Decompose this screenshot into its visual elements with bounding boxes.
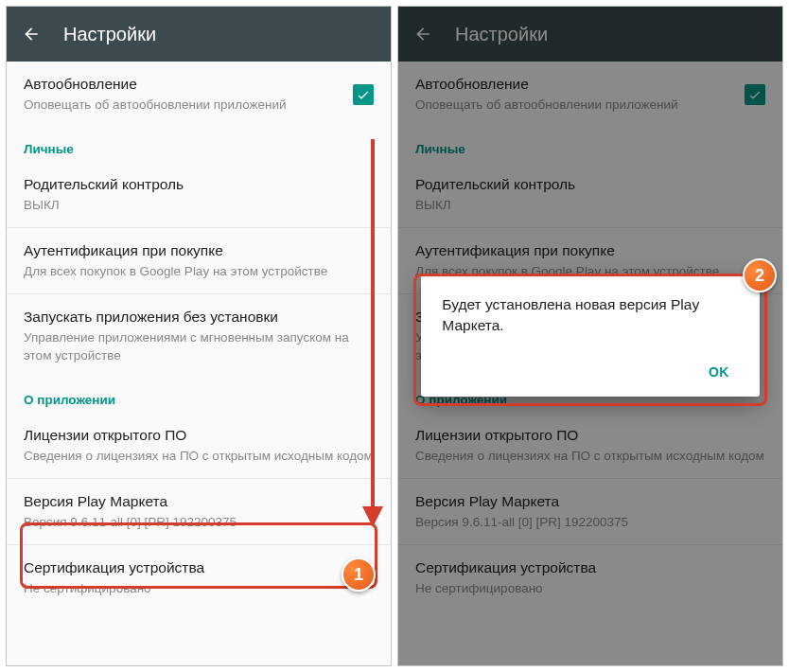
row-autoupdate: Автообновление Оповещать об автообновлен… [398, 62, 782, 127]
dialog-message: Будет установлена новая версия Play Марк… [442, 294, 738, 335]
back-arrow-icon[interactable] [22, 25, 41, 44]
checkbox-checked-icon[interactable] [353, 84, 374, 105]
step-badge-2: 2 [743, 258, 777, 292]
update-dialog: Будет установлена новая версия Play Марк… [421, 275, 759, 396]
row-title: Автообновление [24, 75, 342, 95]
row-autoupdate[interactable]: Автообновление Оповещать об автообновлен… [7, 62, 391, 127]
toolbar: Настройки [7, 7, 391, 62]
row-title: Версия Play Маркета [24, 492, 374, 512]
row-auth[interactable]: Аутентификация при покупке Для всех поку… [7, 227, 391, 293]
page-title: Настройки [455, 24, 548, 45]
row-subtitle: Версия 9.6.11-all [0] [PR] 192200375 [24, 514, 374, 531]
settings-list: Автообновление Оповещать об автообновлен… [7, 62, 391, 665]
phone-right: Настройки Автообновление Оповещать об ав… [397, 6, 783, 666]
page-title: Настройки [63, 24, 156, 45]
phone-left: Настройки Автообновление Оповещать об ав… [6, 6, 392, 666]
row-subtitle: Сведения о лицензиях на ПО с открытым ис… [24, 448, 374, 465]
row-version[interactable]: Версия Play Маркета Версия 9.6.11-all [0… [7, 478, 391, 544]
row-title: Сертификация устройства [24, 558, 374, 578]
row-subtitle: Управление приложениями с мгновенным зап… [24, 329, 374, 363]
row-parental[interactable]: Родительский контроль ВЫКЛ [7, 162, 391, 227]
row-title: Родительский контроль [24, 175, 374, 195]
row-title: Лицензии открытого ПО [24, 426, 374, 446]
row-subtitle: Не сертифицировано [24, 580, 374, 597]
checkbox-checked-icon [745, 84, 765, 105]
row-subtitle: Оповещать об автообновлении приложений [24, 97, 342, 114]
dialog-ok-button[interactable]: OK [699, 357, 739, 387]
toolbar: Настройки [398, 7, 782, 62]
row-title: Аутентификация при покупке [24, 241, 374, 261]
section-about: О приложении [7, 378, 391, 413]
row-subtitle: Для всех покупок в Google Play на этом у… [24, 263, 374, 280]
row-instant[interactable]: Запускать приложения без установки Управ… [7, 293, 391, 377]
row-licenses[interactable]: Лицензии открытого ПО Сведения о лицензи… [7, 413, 391, 478]
step-badge-1: 1 [342, 557, 376, 592]
row-cert[interactable]: Сертификация устройства Не сертифицирова… [7, 544, 391, 610]
section-personal: Личные [7, 127, 391, 162]
back-arrow-icon[interactable] [413, 25, 432, 44]
row-title: Запускать приложения без установки [24, 308, 374, 327]
row-subtitle: ВЫКЛ [24, 197, 374, 214]
